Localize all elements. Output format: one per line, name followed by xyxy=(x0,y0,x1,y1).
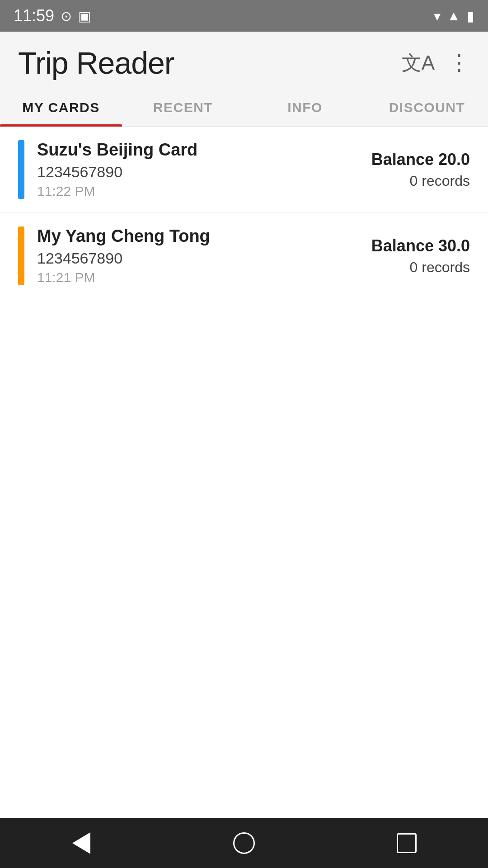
card-balance-info-2: Balance 30.0 0 records xyxy=(371,226,470,285)
card-time-1: 11:22 PM xyxy=(37,184,371,199)
wifi-icon: ▾ xyxy=(434,8,441,24)
home-icon xyxy=(233,832,255,854)
card-info-1: Suzu's Beijing Card 1234567890 11:22 PM xyxy=(37,140,371,199)
tab-discount[interactable]: DISCOUNT xyxy=(366,90,488,126)
battery-icon: ▮ xyxy=(467,8,474,24)
tab-recent[interactable]: RECENT xyxy=(122,90,244,126)
app-bar-actions: 文A ⋮ xyxy=(402,52,470,74)
tab-my-cards[interactable]: MY CARDS xyxy=(0,90,122,126)
status-right: ▾ ▲ ▮ xyxy=(434,8,474,24)
more-options-icon[interactable]: ⋮ xyxy=(448,52,470,74)
card-item-2[interactable]: My Yang Cheng Tong 1234567890 11:21 PM B… xyxy=(0,213,488,299)
card-name-2: My Yang Cheng Tong xyxy=(37,226,371,246)
nav-recents-button[interactable] xyxy=(389,825,425,861)
card-time-2: 11:21 PM xyxy=(37,270,371,285)
card-balance-info-1: Balance 20.0 0 records xyxy=(371,140,470,199)
nav-bar xyxy=(0,818,488,868)
card-item-1[interactable]: Suzu's Beijing Card 1234567890 11:22 PM … xyxy=(0,127,488,213)
app-bar: Trip Reader 文A ⋮ xyxy=(0,32,488,80)
signal-icon: ▲ xyxy=(447,8,460,24)
tab-info[interactable]: INFO xyxy=(244,90,366,126)
card-list: Suzu's Beijing Card 1234567890 11:22 PM … xyxy=(0,127,488,818)
nav-back-button[interactable] xyxy=(63,825,99,861)
tab-bar: MY CARDS RECENT INFO DISCOUNT xyxy=(0,90,488,127)
back-icon xyxy=(72,832,90,854)
app-title: Trip Reader xyxy=(18,45,174,80)
card-balance-2: Balance 30.0 xyxy=(371,236,470,255)
status-time: 11:59 xyxy=(14,6,54,25)
card-info-2: My Yang Cheng Tong 1234567890 11:21 PM xyxy=(37,226,371,285)
card-balance-1: Balance 20.0 xyxy=(371,150,470,169)
translate-icon[interactable]: 文A xyxy=(402,53,435,73)
card-records-1: 0 records xyxy=(410,173,470,189)
card-records-2: 0 records xyxy=(410,259,470,276)
card-indicator-orange xyxy=(18,226,24,285)
status-left: 11:59 ⊙ ▣ xyxy=(14,6,91,25)
notification-icon: ⊙ xyxy=(61,8,72,24)
recents-icon xyxy=(397,833,417,853)
clipboard-icon: ▣ xyxy=(78,8,91,24)
card-name-1: Suzu's Beijing Card xyxy=(37,140,371,160)
status-bar: 11:59 ⊙ ▣ ▾ ▲ ▮ xyxy=(0,0,488,32)
nav-home-button[interactable] xyxy=(226,825,262,861)
card-number-2: 1234567890 xyxy=(37,250,371,267)
card-indicator-blue xyxy=(18,140,24,199)
card-number-1: 1234567890 xyxy=(37,163,371,181)
